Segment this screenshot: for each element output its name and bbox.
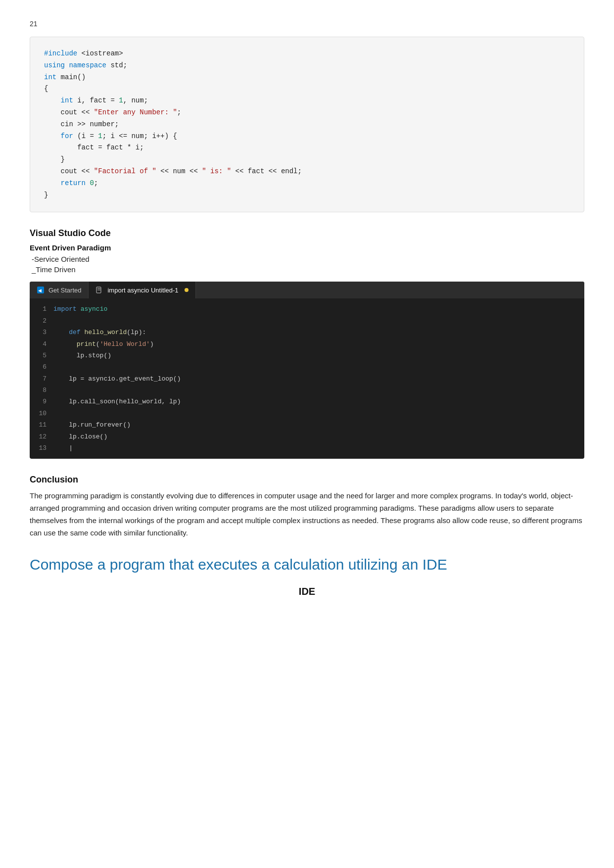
conclusion-text: The programming paradigm is constantly e…	[30, 490, 584, 539]
event-driven-title: Event Driven Paradigm	[30, 243, 584, 252]
conclusion-title: Conclusion	[30, 475, 584, 485]
vscode-logo-icon: ◀	[37, 286, 45, 294]
bullet-time-driven: _Time Driven	[30, 265, 584, 274]
ide-label: IDE	[30, 586, 584, 597]
vscode-code-area: 12345678910111213 import asyncio def hel…	[30, 298, 584, 459]
big-heading: Compose a program that executes a calcul…	[30, 555, 584, 574]
vscode-tab-bar: ◀ Get Started import asyncio Untitled-1	[30, 282, 584, 298]
bullet-service-oriented: -Service Oriented	[30, 255, 584, 263]
tab-asyncio-label: import asyncio Untitled-1	[107, 287, 178, 294]
svg-text:◀: ◀	[38, 288, 42, 293]
tab-asyncio[interactable]: import asyncio Untitled-1	[89, 282, 195, 298]
page-number: 21	[30, 20, 584, 28]
vscode-editor: ◀ Get Started import asyncio Untitled-1 …	[30, 282, 584, 459]
unsaved-dot	[185, 288, 189, 292]
tab-get-started[interactable]: ◀ Get Started	[30, 282, 89, 298]
tab-get-started-label: Get Started	[48, 287, 81, 294]
vscode-section-title: Visual Studio Code	[30, 228, 584, 239]
file-icon	[95, 286, 103, 294]
code-content: import asyncio def hello_world(lp): prin…	[53, 303, 181, 454]
line-numbers: 12345678910111213	[30, 303, 53, 454]
cpp-code-block: #include <iostream> using namespace std;…	[30, 37, 584, 212]
